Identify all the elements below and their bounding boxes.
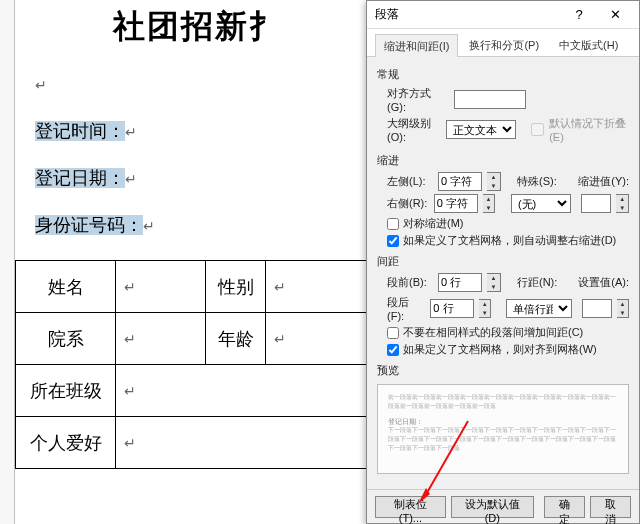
form-table: 姓名 ↵ 性别 ↵ 院系 ↵ 年龄 ↵ 所在班级 ↵ 个人爱好 ↵ <box>15 260 395 469</box>
tab-indent-spacing[interactable]: 缩进和间距(I) <box>375 34 458 57</box>
line-id: 身份证号码： <box>35 215 143 235</box>
label-alignment: 对齐方式(G): <box>387 86 449 113</box>
doc-body: ↵ 登记时间：↵ 登记日期：↵ 身份证号码：↵ <box>15 49 380 249</box>
label-mirror: 对称缩进(M) <box>403 216 464 231</box>
help-button[interactable]: ? <box>561 1 597 29</box>
input-before[interactable] <box>438 273 482 292</box>
dialog-title: 段落 <box>375 6 561 23</box>
spin-after[interactable]: ▲▼ <box>479 299 491 318</box>
select-line[interactable]: 单倍行距 <box>506 299 572 318</box>
group-indent: 缩进 <box>377 153 629 168</box>
label-left-indent: 左侧(L): <box>387 174 433 189</box>
cell-class: 所在班级 <box>16 365 116 417</box>
label-outline: 大纲级别(O): <box>387 116 441 143</box>
tabs-button[interactable]: 制表位(T)... <box>375 496 446 518</box>
spin-by[interactable]: ▲▼ <box>616 194 629 213</box>
input-after[interactable] <box>430 299 474 318</box>
check-no-space[interactable] <box>387 327 399 339</box>
spin-at[interactable]: ▲▼ <box>617 299 629 318</box>
paragraph-dialog: 段落 ? ✕ 缩进和间距(I) 换行和分页(P) 中文版式(H) 常规 对齐方式… <box>366 0 640 524</box>
cell-dept: 院系 <box>16 313 116 365</box>
label-before: 段前(B): <box>387 275 433 290</box>
preview-box: 前一段落前一段落前一段落前一段落前一段落前一段落前一段落前一段落前一段落前一段落… <box>377 384 629 474</box>
spin-right[interactable]: ▲▼ <box>483 194 496 213</box>
label-grid-indent: 如果定义了文档网格，则自动调整右缩进(D) <box>403 233 616 248</box>
label-after: 段后(F): <box>387 295 425 322</box>
cancel-button[interactable]: 取消 <box>590 496 631 518</box>
line-reg-date: 登记日期： <box>35 168 125 188</box>
group-general: 常规 <box>377 67 629 82</box>
doc-title: 社团招新扌 <box>15 0 380 49</box>
label-right-indent: 右侧(R): <box>387 196 429 211</box>
cell-gender: 性别 <box>206 261 266 313</box>
cell-hobby: 个人爱好 <box>16 417 116 469</box>
label-line: 行距(N): <box>517 275 563 290</box>
check-grid-indent[interactable] <box>387 235 399 247</box>
line-reg-time: 登记时间： <box>35 121 125 141</box>
cell-age: 年龄 <box>206 313 266 365</box>
input-right-indent[interactable] <box>434 194 478 213</box>
cell-name: 姓名 <box>16 261 116 313</box>
label-snap-grid: 如果定义了文档网格，则对齐到网格(W) <box>403 342 597 357</box>
group-preview: 预览 <box>377 363 629 378</box>
label-special: 特殊(S): <box>517 174 563 189</box>
input-by[interactable] <box>581 194 611 213</box>
label-collapse: 默认情况下折叠(E) <box>549 116 629 143</box>
tab-chinese[interactable]: 中文版式(H) <box>550 33 627 56</box>
label-no-space: 不要在相同样式的段落间增加间距(C) <box>403 325 583 340</box>
input-at[interactable] <box>582 299 612 318</box>
close-button[interactable]: ✕ <box>597 1 633 29</box>
input-left-indent[interactable] <box>438 172 482 191</box>
tab-line-page[interactable]: 换行和分页(P) <box>460 33 548 56</box>
ok-button[interactable]: 确定 <box>544 496 585 518</box>
select-outline[interactable]: 正文文本 <box>446 120 516 139</box>
spin-before[interactable]: ▲▼ <box>487 273 501 292</box>
check-mirror[interactable] <box>387 218 399 230</box>
select-special[interactable]: (无) <box>511 194 571 213</box>
default-button[interactable]: 设为默认值(D) <box>451 496 534 518</box>
spin-left[interactable]: ▲▼ <box>487 172 501 191</box>
group-spacing: 间距 <box>377 254 629 269</box>
label-at: 设置值(A): <box>578 275 629 290</box>
select-alignment[interactable]: 两端对齐 <box>454 90 526 109</box>
check-collapse <box>531 123 544 136</box>
label-by: 缩进值(Y): <box>578 174 629 189</box>
check-snap-grid[interactable] <box>387 344 399 356</box>
